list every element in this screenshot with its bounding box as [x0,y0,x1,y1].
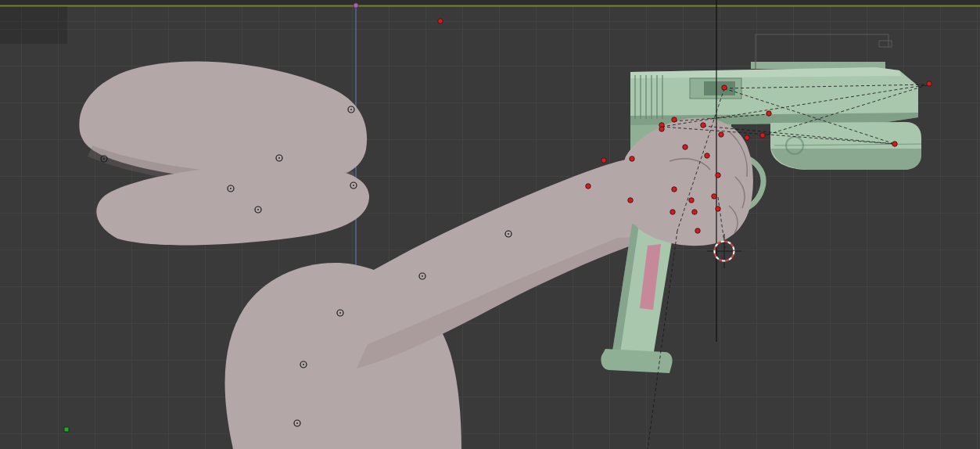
hook-point[interactable] [438,19,443,23]
hook-point[interactable] [892,142,897,146]
hook-point[interactable] [695,228,700,233]
hook-point[interactable] [630,156,634,161]
hook-point[interactable] [927,81,932,86]
hook-point[interactable] [683,145,687,149]
hook-point[interactable] [712,194,716,199]
hook-point[interactable] [586,184,591,189]
hook-point[interactable] [659,127,664,131]
hook-point[interactable] [766,111,771,116]
joint-dot [339,312,341,314]
hook-point[interactable] [672,117,677,122]
joint-dot [103,158,105,160]
hook-point[interactable] [722,85,727,90]
hook-point[interactable] [689,198,694,203]
object-origin-dot[interactable] [354,3,358,8]
hook-point[interactable] [601,158,606,163]
joint-dot [230,188,232,189]
joint-dot [257,209,259,210]
hook-point[interactable] [760,133,765,138]
hook-point[interactable] [670,210,675,214]
hook-point[interactable] [719,132,723,137]
hook-point[interactable] [716,173,720,178]
green-point[interactable] [64,427,69,432]
hook-point[interactable] [701,123,705,128]
hook-point[interactable] [705,153,709,158]
joint-dot [303,364,304,365]
hook-point[interactable] [716,207,720,211]
hook-point[interactable] [692,210,697,214]
green-origin-point[interactable] [64,427,69,432]
hook-point[interactable] [745,135,749,140]
pistol-front-assembly-shade [771,149,921,170]
joint-dot [508,233,509,235]
mannequin-bent-forearm-mesh[interactable] [96,165,369,246]
joint-dot [278,157,280,159]
3d-viewport[interactable] [0,0,980,449]
origin-dot[interactable] [354,3,358,8]
hook-point[interactable] [672,187,677,192]
pistol-mag-base[interactable] [601,349,672,373]
viewport-canvas[interactable] [0,0,980,449]
viewport-top-edge [0,0,980,5]
joint-dot [353,185,354,186]
joint-dot [422,275,423,277]
joint-dot [350,109,352,110]
corner-shading [0,6,67,44]
hook-point[interactable] [628,198,633,203]
joint-dot [296,422,298,424]
mannequin-mesh[interactable] [79,62,659,449]
